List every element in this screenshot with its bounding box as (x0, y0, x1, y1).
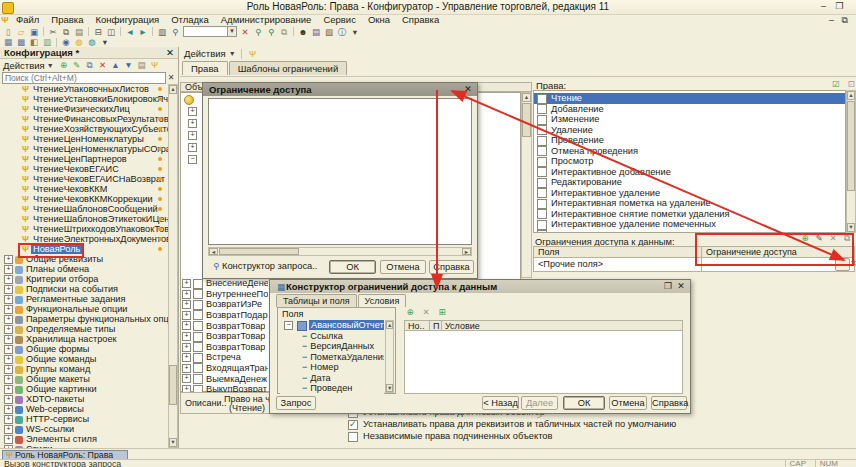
object-item[interactable]: +ВозвратТовар (180, 342, 269, 353)
tree-item-role[interactable]: ΨЧтениеЧековЕГАИСНаВозврат (0, 174, 168, 184)
tree-item-role[interactable]: ΨЧтениеШтрихкодовУпаковокТовар... (0, 224, 168, 234)
expand-icon[interactable]: + (182, 321, 191, 330)
right-item[interactable]: Отмена проведения (534, 146, 845, 157)
query-button[interactable]: Запрос (276, 396, 316, 410)
expand-icon[interactable]: + (182, 290, 191, 299)
edit-icon[interactable]: ✎ (814, 233, 824, 243)
tree-item-role[interactable]: ΨЧтениеЦенНоменклатуры (0, 134, 168, 144)
tree-item-group[interactable]: +Подписки на события (0, 284, 168, 294)
column-header-restriction[interactable]: Ограничение доступа (701, 247, 854, 258)
object-checkbox[interactable] (193, 332, 203, 342)
right-item[interactable]: Интерактивное удаление помеченных (534, 219, 845, 230)
field-item[interactable]: −Ссылка (280, 331, 384, 341)
expand-icon[interactable]: + (4, 375, 13, 384)
tree-item-group[interactable]: +Критерии отбора (0, 274, 168, 284)
expand-icon[interactable]: + (4, 325, 13, 334)
expand-icon[interactable]: + (4, 345, 13, 354)
start-debug-icon[interactable]: ◉ (60, 37, 72, 47)
print-icon[interactable]: ⊟ (92, 27, 104, 37)
search-icon[interactable]: ⚲ (169, 27, 181, 37)
option-checkbox[interactable]: ✓ (348, 420, 358, 430)
tree-item-role[interactable]: ΨЧтениеЭлектронныхДокументов (0, 234, 168, 244)
conditions-body[interactable] (404, 331, 683, 394)
fields-scrollbar[interactable]: ▲ ▼ (385, 320, 394, 393)
expand-icon[interactable]: + (4, 425, 13, 434)
right-checkbox[interactable] (537, 209, 547, 219)
tree-item-role[interactable]: ΨЧтениеЦенНоменклатурыСОграни... (0, 144, 168, 154)
syntax-check-icon[interactable]: ☻ (297, 27, 309, 37)
actions-menu[interactable]: Действия (3, 60, 45, 71)
tree-item-role[interactable]: ΨЧтениеЧековЕГАИС (0, 164, 168, 174)
expand-icon[interactable]: + (4, 265, 13, 274)
right-item[interactable]: Интерактивное проведение (534, 230, 845, 234)
search-combobox[interactable]: ▼ (183, 26, 237, 37)
print-preview-icon[interactable]: ◫ (105, 27, 117, 37)
object-checkbox[interactable] (193, 374, 203, 384)
move-up-icon[interactable]: ▲ (111, 60, 121, 70)
forward-icon[interactable]: ► (137, 27, 149, 37)
scrollbar-thumb[interactable] (522, 103, 531, 137)
clear-all-rights-icon[interactable]: ⊡ (845, 79, 856, 89)
update-db-config-icon[interactable]: ▩ (15, 37, 27, 47)
object-item[interactable]: +ВходящаяТран (180, 363, 269, 374)
tree-item-group[interactable]: +Web-сервисы (0, 404, 168, 414)
tree-item-role[interactable]: ΨЧтениеЦенПартнеров (0, 154, 168, 164)
field-item[interactable]: −ПометкаУдаления (280, 352, 384, 362)
expand-icon[interactable]: + (4, 385, 13, 394)
object-item[interactable]: +ВыемкаДенеж (180, 373, 269, 384)
right-checkbox[interactable] (537, 157, 547, 167)
right-checkbox[interactable] (537, 230, 547, 233)
tree-item-role[interactable]: ΨЧтениеХозяйствующихСубъектовВ... (0, 124, 168, 134)
search-input[interactable] (2, 72, 166, 84)
right-checkbox[interactable] (537, 220, 547, 230)
tree-item-group[interactable]: +Хранилища настроек (0, 334, 168, 344)
back-button[interactable]: < Назад (482, 396, 519, 410)
open-config-icon[interactable]: ▦ (2, 37, 14, 47)
tree-item-group[interactable]: +Общие команды (0, 354, 168, 364)
restore-icon[interactable]: ❐ (662, 281, 674, 292)
menu-item[interactable]: Правка (45, 14, 89, 25)
ok-button[interactable]: ОК (329, 260, 376, 274)
thin-client-icon[interactable]: ◍ (73, 37, 85, 47)
separator[interactable] (293, 27, 294, 36)
expand-icon[interactable]: + (4, 435, 13, 444)
right-item[interactable]: Интерактивная пометка на удаление (534, 198, 845, 209)
sort-icon[interactable]: ▤ (137, 60, 147, 70)
object-checkbox[interactable] (193, 300, 203, 310)
expand-icon[interactable]: + (182, 353, 191, 362)
right-item[interactable]: Редактирование (534, 177, 845, 188)
scroll-down-icon[interactable]: ▼ (847, 223, 855, 232)
restriction-cell[interactable] (701, 258, 854, 271)
separator[interactable] (56, 38, 57, 47)
expand-icon[interactable]: + (182, 364, 191, 373)
right-checkbox[interactable] (537, 167, 547, 177)
menu-item[interactable]: Сервис (317, 14, 362, 25)
expand-icon[interactable]: + (4, 275, 13, 284)
object-checkbox[interactable] (193, 363, 203, 373)
about-icon[interactable]: ⓘ (336, 27, 348, 37)
compare-config-icon[interactable]: ◧ (28, 37, 40, 47)
object-checkbox[interactable] (193, 321, 203, 331)
menu-item[interactable]: Окна (362, 14, 396, 25)
back-icon[interactable]: ◄ (124, 27, 136, 37)
tree-item-group[interactable]: +Общие формы (0, 344, 168, 354)
object-checkbox[interactable] (193, 279, 203, 289)
close-icon[interactable]: ✕ (462, 84, 474, 95)
filter-by-role-icon[interactable]: Ψ (247, 49, 259, 59)
scrollbar-thumb[interactable] (169, 365, 177, 405)
scroll-right-icon[interactable]: ► (462, 248, 471, 255)
expand-icon[interactable]: + (188, 119, 197, 128)
tree-root-item[interactable]: −АвансовыйОтчет (280, 320, 384, 331)
tree-item-role[interactable]: ΨЧтениеШаблоновСообщений (0, 204, 168, 214)
find-in-text-icon[interactable]: ▥ (156, 27, 168, 37)
copy-icon[interactable]: ⧉ (60, 27, 72, 37)
menu-item[interactable]: Отладка (165, 14, 215, 25)
tree-item-group[interactable]: +Общие макеты (0, 374, 168, 384)
right-item[interactable]: Интерактивное добавление (534, 167, 845, 178)
expand-icon[interactable]: + (182, 300, 191, 309)
object-item[interactable]: +Встреча (180, 352, 269, 363)
delete-icon[interactable]: ✕ (828, 233, 838, 243)
field-item[interactable]: −Проведен (280, 383, 384, 393)
paste-icon[interactable]: ▤ (73, 27, 85, 37)
object-checkbox[interactable] (193, 353, 203, 363)
